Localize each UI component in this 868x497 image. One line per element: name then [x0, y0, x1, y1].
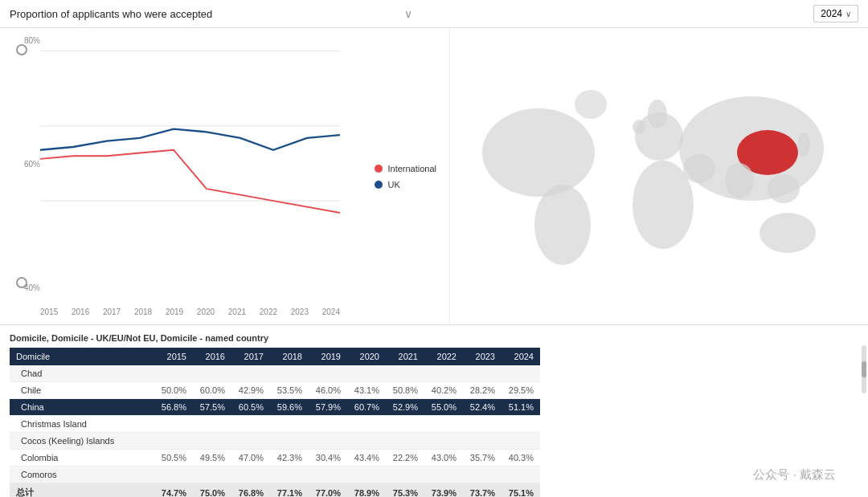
svg-point-3: [482, 108, 595, 197]
table-row[interactable]: Christmas Island: [10, 416, 540, 433]
cell-name: Chad: [10, 365, 154, 382]
col-header-2016: 2016: [193, 348, 231, 365]
table-label: Domicile, Domicile - UK/EU/Not EU, Domic…: [10, 333, 858, 343]
cell-year-8: [463, 416, 502, 433]
table-row[interactable]: China56.8%57.5%60.5%59.6%57.9%60.7%52.9%…: [10, 399, 540, 416]
svg-point-12: [768, 174, 800, 203]
watermark: 公众号 · 戴森云: [753, 467, 836, 483]
x-label-2016: 2016: [72, 308, 89, 316]
cell-year-7: 43.0%: [424, 450, 463, 466]
world-map-svg: [466, 56, 852, 297]
footer-2022: 73.9%: [424, 483, 463, 498]
cell-year-4: [309, 433, 347, 450]
cell-year-7: [424, 433, 463, 450]
cell-name: Cocos (Keeling) Islands: [10, 433, 154, 450]
table-row[interactable]: Chile50.0%60.0%42.9%53.5%46.0%43.1%50.8%…: [10, 382, 540, 399]
cell-year-3: [270, 433, 309, 450]
footer-2016: 75.0%: [193, 483, 231, 498]
line-chart-svg: [40, 36, 340, 261]
col-header-2020: 2020: [347, 348, 386, 365]
table-row[interactable]: Colombia50.5%49.5%47.0%42.3%30.4%43.4%22…: [10, 450, 540, 466]
y-label-80: 80%: [24, 36, 40, 45]
cell-year-7: [424, 365, 463, 382]
cell-year-1: [193, 433, 231, 450]
footer-2018: 77.1%: [270, 483, 309, 498]
cell-year-5: [347, 433, 386, 450]
cell-year-7: [424, 466, 463, 483]
chart-title: Proportion of applicants who were accept…: [10, 8, 404, 20]
year-chevron-icon: ∨: [845, 10, 851, 18]
cell-year-6: [386, 466, 424, 483]
cell-year-5: [347, 365, 386, 382]
col-header-2023: 2023: [463, 348, 502, 365]
table-row[interactable]: Chad: [10, 365, 540, 382]
top-bar: Proportion of applicants who were accept…: [0, 0, 868, 28]
footer-2017: 76.8%: [231, 483, 270, 498]
cell-year-3: 59.6%: [270, 399, 309, 416]
col-header-2019: 2019: [309, 348, 347, 365]
cell-year-8: [463, 433, 502, 450]
cell-year-2: 42.9%: [231, 382, 270, 399]
footer-name: 总计: [10, 483, 154, 498]
cell-year-1: 49.5%: [193, 450, 231, 466]
scrollbar-thumb[interactable]: [862, 361, 866, 377]
footer-2019: 77.0%: [309, 483, 347, 498]
cell-year-7: 40.2%: [424, 382, 463, 399]
col-header-2022: 2022: [424, 348, 463, 365]
x-label-2017: 2017: [103, 308, 121, 316]
cell-year-2: [231, 365, 270, 382]
cell-year-4: 57.9%: [309, 399, 347, 416]
legend-item-international: International: [375, 164, 436, 173]
cell-year-9: 40.3%: [502, 450, 540, 466]
cell-name: Christmas Island: [10, 416, 154, 433]
table-row[interactable]: Cocos (Keeling) Islands: [10, 433, 540, 450]
cell-year-0: 50.5%: [154, 450, 193, 466]
cell-name: Chile: [10, 382, 154, 399]
cell-year-2: 47.0%: [231, 450, 270, 466]
cell-year-8: 35.7%: [463, 450, 502, 466]
svg-point-4: [534, 185, 591, 265]
chart-inner: 80% 60% 40% 2: [8, 36, 436, 316]
cell-year-3: 42.3%: [270, 450, 309, 466]
cell-year-1: 60.0%: [193, 382, 231, 399]
main-content: 80% 60% 40% 2: [0, 28, 868, 325]
chart-legend: International UK: [375, 164, 436, 189]
legend-dot-international: [375, 165, 383, 173]
year-label: 2024: [821, 8, 842, 19]
x-label-2019: 2019: [166, 308, 183, 316]
cell-year-1: [193, 466, 231, 483]
table-section: Domicile, Domicile - UK/EU/Not EU, Domic…: [0, 325, 868, 497]
cell-year-6: 22.2%: [386, 450, 424, 466]
cell-year-9: 51.1%: [502, 399, 540, 416]
footer-2024: 75.1%: [502, 483, 540, 498]
cell-year-2: 60.5%: [231, 399, 270, 416]
cell-year-4: [309, 365, 347, 382]
table-row[interactable]: Comoros: [10, 466, 540, 483]
x-label-2018: 2018: [134, 308, 152, 316]
cell-year-4: [309, 416, 347, 433]
footer-2021: 75.3%: [386, 483, 424, 498]
cell-name: Comoros: [10, 466, 154, 483]
cell-year-4: [309, 466, 347, 483]
col-header-2018: 2018: [270, 348, 309, 365]
cell-year-4: 46.0%: [309, 382, 347, 399]
cell-year-3: [270, 466, 309, 483]
x-label-2020: 2020: [197, 308, 215, 316]
cell-year-1: [193, 365, 231, 382]
x-label-2015: 2015: [40, 308, 58, 316]
col-header-2024: 2024: [502, 348, 540, 365]
legend-item-uk: UK: [375, 180, 436, 189]
svg-point-8: [760, 213, 816, 253]
footer-2023: 73.7%: [463, 483, 502, 498]
cell-year-8: [463, 365, 502, 382]
col-header-2017: 2017: [231, 348, 270, 365]
cell-year-5: 43.4%: [347, 450, 386, 466]
cell-year-3: [270, 365, 309, 382]
year-dropdown[interactable]: 2024 ∨: [813, 5, 858, 22]
legend-label-uk: UK: [387, 180, 399, 189]
cell-year-3: [270, 416, 309, 433]
scrollbar-track[interactable]: [862, 345, 866, 393]
footer-2015: 74.7%: [154, 483, 193, 498]
x-axis: 2015 2016 2017 2018 2019 2020 2021 2022 …: [40, 308, 340, 316]
cell-year-5: 43.1%: [347, 382, 386, 399]
